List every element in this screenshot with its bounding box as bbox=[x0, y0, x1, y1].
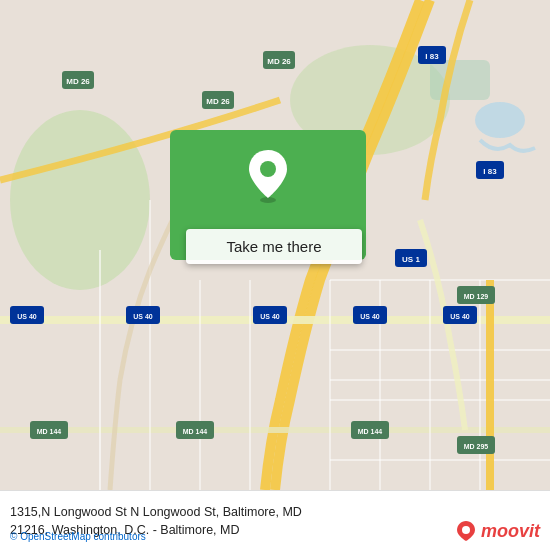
moovit-brand-text: moovit bbox=[481, 521, 540, 542]
svg-point-54 bbox=[260, 161, 276, 177]
brand-area: moovit bbox=[455, 520, 540, 542]
map-pin-icon bbox=[246, 148, 290, 204]
footer: 1315,N Longwood St N Longwood St, Baltim… bbox=[0, 490, 550, 550]
svg-point-1 bbox=[10, 110, 150, 290]
svg-text:MD 26: MD 26 bbox=[267, 57, 291, 66]
svg-text:US 40: US 40 bbox=[360, 313, 380, 320]
take-me-there-button[interactable]: Take me there bbox=[186, 229, 362, 264]
svg-text:MD 26: MD 26 bbox=[206, 97, 230, 106]
svg-text:MD 129: MD 129 bbox=[464, 293, 489, 300]
svg-rect-3 bbox=[430, 60, 490, 100]
svg-text:MD 144: MD 144 bbox=[37, 428, 62, 435]
svg-text:US 40: US 40 bbox=[260, 313, 280, 320]
svg-text:US 1: US 1 bbox=[402, 255, 420, 264]
svg-text:US 40: US 40 bbox=[450, 313, 470, 320]
svg-text:I 83: I 83 bbox=[425, 52, 439, 61]
svg-text:MD 26: MD 26 bbox=[66, 77, 90, 86]
svg-text:US 40: US 40 bbox=[133, 313, 153, 320]
map-container: MD 26 MD 26 MD 26 I 83 I 83 US 1 US 40 U… bbox=[0, 0, 550, 490]
osm-credit: © OpenStreetMap contributors bbox=[10, 531, 146, 542]
svg-text:US 40: US 40 bbox=[17, 313, 37, 320]
osm-credit-text: © OpenStreetMap contributors bbox=[10, 531, 146, 542]
svg-text:MD 144: MD 144 bbox=[183, 428, 208, 435]
svg-point-4 bbox=[475, 102, 525, 138]
moovit-pin-icon bbox=[455, 520, 477, 542]
address-line1: 1315,N Longwood St N Longwood St, Baltim… bbox=[10, 505, 302, 519]
svg-text:I 83: I 83 bbox=[483, 167, 497, 176]
svg-text:MD 144: MD 144 bbox=[358, 428, 383, 435]
svg-point-55 bbox=[462, 526, 470, 534]
svg-text:MD 295: MD 295 bbox=[464, 443, 489, 450]
